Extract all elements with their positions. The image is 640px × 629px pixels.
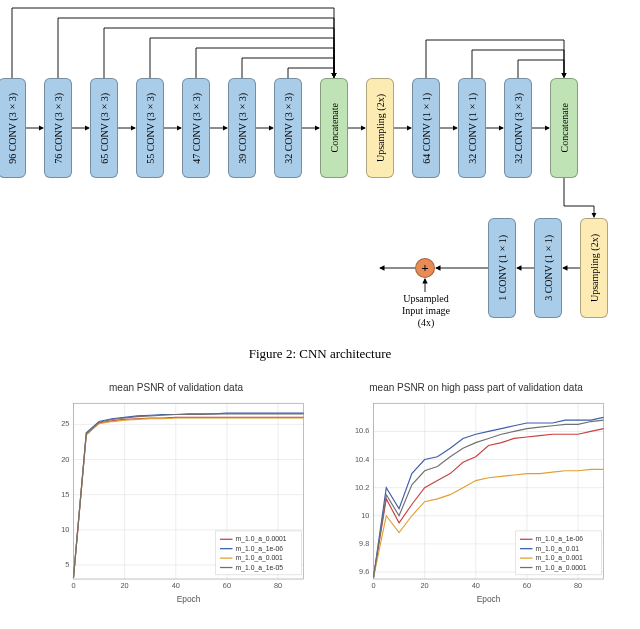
chart-title: mean PSNR of validation data xyxy=(40,382,312,393)
layer-label: 32 CONV (3×3) xyxy=(283,93,294,164)
cnn-architecture-diagram: 96 CONV (3×3)76 CONV (3×3)65 CONV (3×3)5… xyxy=(0,0,640,340)
layer-block: 39 CONV (3×3) xyxy=(228,78,256,178)
layer-block: Upsampling (2x) xyxy=(580,218,608,318)
layer-block: Upsampling (2x) xyxy=(366,78,394,178)
layer-block: 32 CONV (1×1) xyxy=(458,78,486,178)
svg-text:m_1.0_a_0.001: m_1.0_a_0.001 xyxy=(536,554,583,562)
svg-text:40: 40 xyxy=(172,581,180,590)
svg-text:20: 20 xyxy=(121,581,129,590)
chart-right: mean PSNR on high pass part of validatio… xyxy=(340,382,612,610)
layer-label: Upsampling (2x) xyxy=(375,94,386,162)
layer-label: 3 CONV (1×1) xyxy=(543,235,554,301)
layer-label: 1 CONV (1×1) xyxy=(497,235,508,301)
svg-text:m_1.0_a_1e-05: m_1.0_a_1e-05 xyxy=(236,564,284,572)
layer-block: 32 CONV (3×3) xyxy=(274,78,302,178)
layer-label: 32 CONV (3×3) xyxy=(513,93,524,164)
layer-block: 65 CONV (3×3) xyxy=(90,78,118,178)
svg-text:60: 60 xyxy=(223,581,231,590)
layer-label: 39 CONV (3×3) xyxy=(237,93,248,164)
add-node-label: UpsampledInput image(4x) xyxy=(398,293,454,329)
svg-text:40: 40 xyxy=(472,581,480,590)
svg-text:m_1.0_a_1e-06: m_1.0_a_1e-06 xyxy=(536,535,584,543)
svg-text:60: 60 xyxy=(523,581,531,590)
svg-text:Epoch: Epoch xyxy=(177,594,201,604)
svg-text:Epoch: Epoch xyxy=(477,594,501,604)
layer-label: 64 CONV (1×1) xyxy=(421,93,432,164)
svg-text:m_1.0_a_0.001: m_1.0_a_0.001 xyxy=(236,554,283,562)
layer-block: Concatenate xyxy=(550,78,578,178)
svg-text:10: 10 xyxy=(61,525,69,534)
svg-text:9.6: 9.6 xyxy=(359,567,369,576)
svg-text:5: 5 xyxy=(65,560,69,569)
svg-text:25: 25 xyxy=(61,419,69,428)
svg-text:m_1.0_a_0.0001: m_1.0_a_0.0001 xyxy=(536,564,587,572)
layer-label: 32 CONV (1×1) xyxy=(467,93,478,164)
svg-text:10: 10 xyxy=(361,511,369,520)
layer-label: 65 CONV (3×3) xyxy=(99,93,110,164)
layer-label: 55 CONV (3×3) xyxy=(145,93,156,164)
svg-text:m_1.0_a_0.01: m_1.0_a_0.01 xyxy=(536,545,580,553)
layer-block: 76 CONV (3×3) xyxy=(44,78,72,178)
chart-canvas: 020406080510152025Epochm_1.0_a_0.0001m_1… xyxy=(40,397,312,606)
layer-block: 32 CONV (3×3) xyxy=(504,78,532,178)
layer-block: 55 CONV (3×3) xyxy=(136,78,164,178)
svg-text:0: 0 xyxy=(71,581,75,590)
layer-label: 47 CONV (3×3) xyxy=(191,93,202,164)
layer-block: Concatenate xyxy=(320,78,348,178)
layer-label: 96 CONV (3×3) xyxy=(7,93,18,164)
svg-text:9.8: 9.8 xyxy=(359,539,369,548)
layer-block: 47 CONV (3×3) xyxy=(182,78,210,178)
layer-block: 1 CONV (1×1) xyxy=(488,218,516,318)
layer-label: 76 CONV (3×3) xyxy=(53,93,64,164)
svg-text:10.6: 10.6 xyxy=(355,426,369,435)
svg-text:m_1.0_a_1e-06: m_1.0_a_1e-06 xyxy=(236,545,284,553)
svg-text:0: 0 xyxy=(371,581,375,590)
layer-label: Upsampling (2x) xyxy=(589,234,600,302)
add-node: + xyxy=(415,258,435,278)
layer-block: 64 CONV (1×1) xyxy=(412,78,440,178)
svg-text:m_1.0_a_0.0001: m_1.0_a_0.0001 xyxy=(236,535,287,543)
svg-text:20: 20 xyxy=(61,455,69,464)
svg-text:80: 80 xyxy=(274,581,282,590)
layer-block: 96 CONV (3×3) xyxy=(0,78,26,178)
svg-text:80: 80 xyxy=(574,581,582,590)
svg-text:10.2: 10.2 xyxy=(355,483,369,492)
layer-label: Concatenate xyxy=(559,103,570,152)
chart-title: mean PSNR on high pass part of validatio… xyxy=(340,382,612,393)
chart-canvas: 0204060809.69.81010.210.410.6Epochm_1.0_… xyxy=(340,397,612,606)
svg-text:20: 20 xyxy=(421,581,429,590)
chart-left: mean PSNR of validation data 02040608051… xyxy=(40,382,312,610)
charts-row: mean PSNR of validation data 02040608051… xyxy=(0,382,640,610)
svg-text:15: 15 xyxy=(61,490,69,499)
layer-label: Concatenate xyxy=(329,103,340,152)
figure-caption: Figure 2: CNN architecture xyxy=(0,346,640,362)
layer-block: 3 CONV (1×1) xyxy=(534,218,562,318)
svg-text:10.4: 10.4 xyxy=(355,455,369,464)
